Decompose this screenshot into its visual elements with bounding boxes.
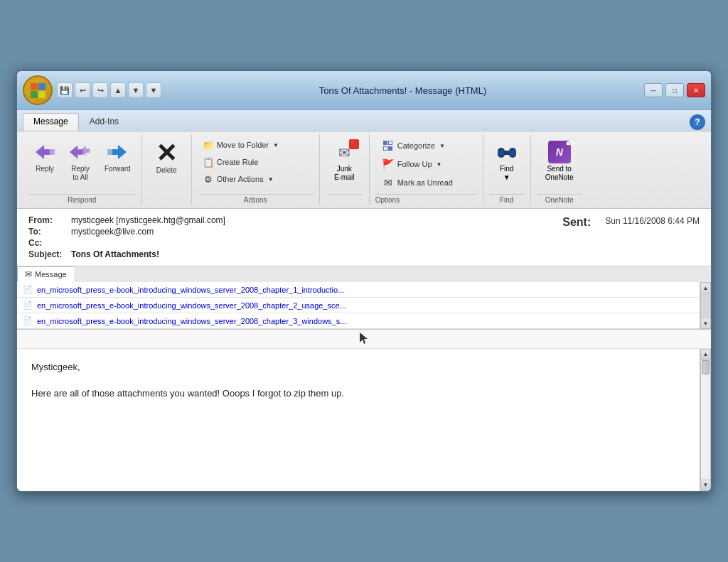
mark-unread-button[interactable]: ✉ Mark as Unread xyxy=(378,174,474,191)
undo-qa-button[interactable]: ↩ xyxy=(75,82,90,98)
to-row: To: mysticgeek@live.com xyxy=(28,226,225,237)
find-button[interactable]: Find▼ xyxy=(489,137,525,185)
svg-marker-4 xyxy=(36,145,50,159)
reply-button[interactable]: Reply xyxy=(28,137,61,177)
respond-buttons: Reply Replyto All xyxy=(28,136,136,193)
message-tab-label: Message xyxy=(35,270,67,279)
attachment-icon-2: 📄 xyxy=(23,301,33,310)
find-group-label: Find xyxy=(489,194,525,204)
body-scroll-down[interactable]: ▼ xyxy=(700,480,711,491)
help-button[interactable]: ? xyxy=(690,114,705,130)
maximize-button[interactable]: □ xyxy=(665,83,684,97)
respond-group-label: Respond xyxy=(28,194,136,204)
delete-buttons: ✕ Delete xyxy=(148,136,186,193)
window-title: Tons Of Attachments! - Message (HTML) xyxy=(319,85,487,96)
message-tab[interactable]: ✉ Message xyxy=(17,266,74,282)
mark-unread-label: Mark as Unread xyxy=(397,178,453,187)
cc-row: Cc: xyxy=(28,237,225,249)
svg-point-13 xyxy=(498,150,504,156)
attachment-icon-1: 📄 xyxy=(23,285,33,294)
options-group: Categorize ▼ 🚩 Follow Up ▼ ✉ Mark as Unr… xyxy=(370,134,483,205)
follow-up-arrow: ▼ xyxy=(437,161,442,168)
move-to-folder-button[interactable]: 📁 Move to Folder ▼ xyxy=(198,137,314,153)
window-controls: ─ □ ✕ xyxy=(644,83,705,97)
outlook-window: 💾 ↩ ↪ ▲ ▼ ▼ Tons Of Attachments! - Messa… xyxy=(16,70,712,492)
follow-up-icon: 🚩 xyxy=(382,158,395,171)
body-scroll-thumb[interactable] xyxy=(702,360,710,374)
attachment-name-2: en_microsoft_press_e-book_introducing_wi… xyxy=(37,301,346,310)
find-buttons: Find▼ xyxy=(489,136,525,193)
sent-value: Sun 11/16/2008 6:44 PM xyxy=(605,216,700,226)
svg-rect-5 xyxy=(50,149,55,155)
onenote-group: N ✏ Send toOneNote OneNote xyxy=(531,134,588,205)
attachment-item-2[interactable]: 📄 en_microsoft_press_e-book_introducing_… xyxy=(17,298,711,313)
onenote-icon: N ✏ xyxy=(548,141,571,163)
close-button[interactable]: ✕ xyxy=(687,83,705,97)
onenote-group-label: OneNote xyxy=(537,194,582,204)
title-bar: 💾 ↩ ↪ ▲ ▼ ▼ Tons Of Attachments! - Messa… xyxy=(17,71,711,110)
respond-group: Reply Replyto All xyxy=(23,134,142,205)
reply-all-icon xyxy=(69,141,92,163)
delete-label: Delete xyxy=(156,166,177,174)
find-group: Find▼ Find xyxy=(483,134,531,205)
email-metadata: From: mysticgeek [mysticgeek.htg@gmail.c… xyxy=(17,209,711,266)
create-rule-button[interactable]: 📋 Create Rule xyxy=(198,154,314,170)
options-buttons: Categorize ▼ 🚩 Follow Up ▼ ✉ Mark as Unr… xyxy=(375,136,477,193)
find-label: Find▼ xyxy=(500,165,513,182)
more-qa-button[interactable]: ▼ xyxy=(146,82,161,98)
junk-label: JunkE-mail xyxy=(334,165,354,182)
svg-point-14 xyxy=(510,150,515,156)
delete-button[interactable]: ✕ Delete xyxy=(149,137,183,178)
attachment-area: ✉ Message 📄 en_microsoft_press_e-book_in… xyxy=(17,266,711,330)
minimize-button[interactable]: ─ xyxy=(644,83,663,97)
down-qa-button[interactable]: ▼ xyxy=(128,82,144,98)
stop-sign-icon: 🚫 xyxy=(349,139,359,149)
junk-icon: ✉ 🚫 xyxy=(332,141,356,165)
attachment-scroll-down[interactable]: ▼ xyxy=(700,318,711,329)
sent-label: Sent: xyxy=(562,216,605,229)
subject-value: Tons Of Attachments! xyxy=(71,249,159,259)
follow-up-button[interactable]: 🚩 Follow Up ▼ xyxy=(378,156,474,173)
body-scrollbar: ▲ ▼ xyxy=(700,349,711,491)
categorize-arrow: ▼ xyxy=(439,143,445,149)
redo-qa-button[interactable]: ↪ xyxy=(92,82,108,98)
tab-addins[interactable]: Add-Ins xyxy=(79,113,129,131)
actions-group-label: Actions xyxy=(198,194,314,204)
to-value: mysticgeek@live.com xyxy=(71,227,154,237)
forward-button[interactable]: Forward xyxy=(100,137,136,177)
junk-button[interactable]: ✉ 🚫 JunkE-mail xyxy=(326,137,362,185)
svg-rect-0 xyxy=(31,83,38,90)
attachment-scroll-track xyxy=(700,293,711,318)
attachment-scroll-up[interactable]: ▲ xyxy=(700,282,711,293)
forward-icon xyxy=(106,141,129,163)
tab-message[interactable]: Message xyxy=(23,113,79,131)
attachment-item-3[interactable]: 📄 en_microsoft_press_e-book_introducing_… xyxy=(17,313,711,329)
other-actions-button[interactable]: ⚙ Other Actions ▼ xyxy=(198,171,314,187)
up-qa-button[interactable]: ▲ xyxy=(110,82,126,98)
to-label: To: xyxy=(28,227,71,237)
onenote-button[interactable]: N ✏ Send toOneNote xyxy=(540,137,579,185)
svg-marker-15 xyxy=(360,333,368,344)
follow-up-label: Follow Up xyxy=(397,160,432,168)
attachment-item-1[interactable]: 📄 en_microsoft_press_e-book_introducing_… xyxy=(17,282,711,298)
svg-rect-1 xyxy=(38,83,46,90)
reply-all-button[interactable]: Replyto All xyxy=(64,137,97,185)
create-rule-label: Create Rule xyxy=(217,158,259,166)
cc-label: Cc: xyxy=(28,238,71,248)
cursor-row xyxy=(17,330,711,349)
from-row: From: mysticgeek [mysticgeek.htg@gmail.c… xyxy=(28,215,225,226)
ribbon: Message Add-Ins ? Reply xyxy=(17,110,711,209)
move-to-folder-label: Move to Folder xyxy=(217,141,269,149)
from-label: From: xyxy=(28,215,71,225)
svg-rect-9 xyxy=(107,149,112,155)
categorize-button[interactable]: Categorize ▼ xyxy=(378,137,474,154)
move-folder-arrow: ▼ xyxy=(273,142,279,148)
save-qa-button[interactable]: 💾 xyxy=(57,82,73,98)
other-actions-label: Other Actions xyxy=(217,175,264,183)
attachment-list: 📄 en_microsoft_press_e-book_introducing_… xyxy=(17,282,711,329)
ribbon-content: Reply Replyto All xyxy=(17,131,711,208)
office-button[interactable] xyxy=(23,75,53,105)
body-scroll-up[interactable]: ▲ xyxy=(700,349,711,360)
rule-icon: 📋 xyxy=(203,156,214,168)
email-body-container: Mysticgeek, Here are all of those attach… xyxy=(17,330,711,491)
